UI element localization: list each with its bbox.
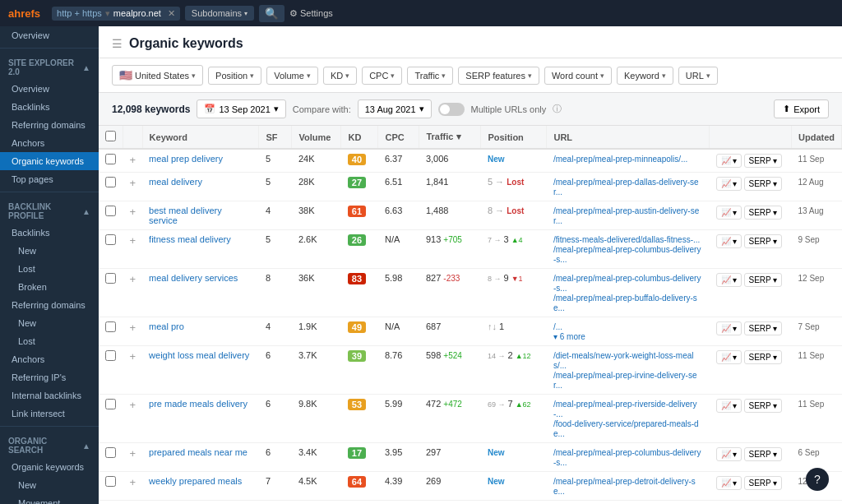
keyword-url-link[interactable]: /meal-prep/meal-prep-austin-delivery-ser… (553, 206, 699, 225)
col-header-sf[interactable]: SF (259, 126, 292, 149)
domain-input[interactable]: mealpro.net (113, 8, 161, 18)
keyword-link[interactable]: prepared meals near me (149, 447, 248, 457)
sidebar-item-top-pages[interactable]: Top pages (0, 170, 99, 188)
sidebar-item-organic-keywords[interactable]: Organic keywords (0, 152, 99, 170)
cpc-filter[interactable]: CPC ▾ (362, 67, 402, 85)
chart-button[interactable]: 📈 ▾ (716, 234, 742, 248)
col-header-keyword[interactable]: Keyword (142, 126, 259, 149)
sidebar-item-bp-link-intersect[interactable]: Link intersect (0, 405, 99, 423)
search-button[interactable]: 🔍 (259, 5, 285, 22)
volume-filter[interactable]: Volume ▾ (266, 67, 318, 85)
chart-button[interactable]: 📈 ▾ (716, 476, 742, 490)
chart-dropdown[interactable]: ▾ (733, 179, 737, 188)
add-keyword-button[interactable]: + (130, 154, 136, 166)
sidebar-item-bp-backlinks[interactable]: Backlinks (0, 224, 99, 242)
keyword-url-link[interactable]: /meal-prep/meal-prep-columbus-delivery-s… (553, 274, 701, 293)
serp-dropdown[interactable]: ▾ (773, 324, 777, 333)
export-button[interactable]: ⬆ Export (774, 99, 829, 118)
serp-button[interactable]: SERP ▾ (744, 234, 783, 248)
clear-domain-button[interactable]: ✕ (168, 8, 175, 19)
word-count-filter[interactable]: Word count ▾ (544, 67, 612, 85)
url-extra-link[interactable]: /food-delivery-service/prepared-meals-de… (553, 419, 699, 438)
traffic-filter[interactable]: Traffic ▾ (407, 67, 453, 85)
serp-dropdown[interactable]: ▾ (773, 353, 777, 362)
add-keyword-button[interactable]: + (130, 321, 136, 334)
add-keyword-button[interactable]: + (130, 273, 136, 285)
keyword-link[interactable]: weight loss meal delivery (149, 350, 249, 360)
col-header-traffic[interactable]: Traffic ▾ (419, 126, 481, 149)
sidebar-item-bp-referring-domains[interactable]: Referring domains (0, 296, 99, 314)
add-keyword-button[interactable]: + (130, 206, 136, 218)
collapse-section3-button[interactable]: ▲ (82, 442, 90, 451)
chart-button[interactable]: 📈 ▾ (716, 154, 742, 168)
col-header-cpc[interactable]: CPC (378, 126, 419, 149)
subdomains-button[interactable]: Subdomains ▾ (185, 6, 254, 21)
protocol-selector[interactable]: http + https (57, 8, 102, 18)
date-selector[interactable]: 📅 13 Sep 2021 ▾ (197, 99, 285, 118)
keyword-link[interactable]: fitness meal delivery (149, 234, 231, 244)
select-all-checkbox[interactable] (105, 131, 116, 141)
kd-filter[interactable]: KD ▾ (323, 67, 357, 85)
collapse-section2-button[interactable]: ▲ (82, 207, 90, 216)
keyword-url-link[interactable]: /fitness-meals-delivered/dallas-fitness-… (553, 235, 700, 244)
chart-dropdown[interactable]: ▾ (733, 208, 737, 217)
row-checkbox[interactable] (105, 273, 116, 284)
row-checkbox[interactable] (105, 476, 116, 487)
country-filter[interactable]: 🇺🇸 United States ▾ (112, 65, 203, 86)
chart-button[interactable]: 📈 ▾ (716, 177, 742, 191)
add-keyword-button[interactable]: + (130, 350, 136, 363)
row-checkbox[interactable] (105, 154, 116, 164)
chart-dropdown[interactable]: ▾ (733, 324, 737, 333)
sidebar-item-bp-rd-new[interactable]: New (0, 314, 99, 332)
url-filter[interactable]: URL ▾ (678, 67, 718, 85)
url-extra-link[interactable]: /meal-prep/meal-prep-buffalo-delivery-se… (553, 294, 697, 312)
col-header-url[interactable]: URL (547, 126, 710, 149)
serp-button[interactable]: SERP ▾ (744, 399, 783, 413)
keyword-url-link[interactable]: /... (553, 322, 562, 331)
sidebar-item-backlinks[interactable]: Backlinks (0, 98, 99, 116)
sidebar-item-os-movement[interactable]: Movement (0, 494, 99, 504)
sidebar-item-bp-internal-backlinks[interactable]: Internal backlinks (0, 386, 99, 405)
chart-button[interactable]: 📈 ▾ (716, 447, 742, 461)
sidebar-item-bp-new[interactable]: New (0, 242, 99, 260)
serp-features-filter[interactable]: SERP features ▾ (458, 67, 539, 85)
keyword-url-link[interactable]: /meal-prep/meal-prep-dallas-delivery-ser… (553, 178, 699, 197)
serp-button[interactable]: SERP ▾ (744, 447, 783, 461)
chart-dropdown[interactable]: ▾ (733, 353, 737, 362)
compare-date-selector[interactable]: 13 Aug 2021 ▾ (358, 99, 432, 118)
chart-dropdown[interactable]: ▾ (733, 156, 737, 165)
serp-dropdown[interactable]: ▾ (773, 156, 777, 165)
url-more-link[interactable]: ▾ 6 more (553, 332, 585, 341)
serp-button[interactable]: SERP ▾ (744, 321, 783, 335)
chart-dropdown[interactable]: ▾ (733, 401, 737, 410)
chart-button[interactable]: 📈 ▾ (716, 321, 742, 335)
serp-dropdown[interactable]: ▾ (773, 479, 777, 488)
add-keyword-button[interactable]: + (130, 399, 136, 411)
add-keyword-button[interactable]: + (130, 234, 136, 247)
keyword-link[interactable]: weekly prepared meals (149, 476, 242, 486)
keyword-url-link[interactable]: /meal-prep/meal-prep-detroit-delivery-se… (553, 477, 696, 496)
row-checkbox[interactable] (105, 399, 116, 409)
sidebar-item-referring-domains[interactable]: Referring domains (0, 116, 99, 134)
sidebar-item-os-organic-keywords[interactable]: Organic keywords (0, 458, 99, 476)
sidebar-item-bp-anchors[interactable]: Anchors (0, 350, 99, 368)
keyword-link[interactable]: pre made meals delivery (149, 399, 248, 409)
serp-button[interactable]: SERP ▾ (744, 273, 783, 287)
sidebar-item-bp-lost[interactable]: Lost (0, 260, 99, 278)
keyword-link[interactable]: meal prep delivery (149, 154, 223, 164)
url-extra-link[interactable]: /meal-prep/meal-prep-irvine-delivery-ser… (553, 371, 697, 390)
row-checkbox[interactable] (105, 350, 116, 361)
settings-button[interactable]: ⚙ Settings (289, 8, 333, 19)
serp-dropdown[interactable]: ▾ (773, 237, 777, 246)
serp-button[interactable]: SERP ▾ (744, 154, 783, 168)
add-keyword-button[interactable]: + (130, 476, 136, 488)
sidebar-item-overview[interactable]: Overview (0, 80, 99, 98)
sidebar-item-anchors[interactable]: Anchors (0, 134, 99, 152)
serp-dropdown[interactable]: ▾ (773, 401, 777, 410)
keyword-link[interactable]: meal delivery (149, 177, 202, 187)
chart-button[interactable]: 📈 ▾ (716, 350, 742, 364)
serp-dropdown[interactable]: ▾ (773, 275, 777, 284)
url-extra-link[interactable]: /meal-prep/meal-prep-columbus-delivery-s… (553, 245, 701, 264)
keyword-url-link[interactable]: /meal-prep/meal-prep-minneapolis/... (553, 155, 687, 164)
serp-dropdown[interactable]: ▾ (773, 450, 777, 459)
